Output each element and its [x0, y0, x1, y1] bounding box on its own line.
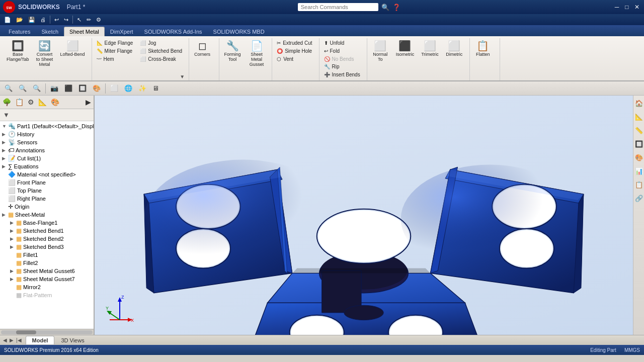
tree-item-sensors[interactable]: ▶ 📡 Sensors — [1, 138, 93, 146]
cross-break-icon: ⬜ — [140, 56, 146, 62]
select-button[interactable]: ↖ — [75, 16, 84, 24]
scrollbar-thumb[interactable] — [16, 330, 36, 334]
zoom-out-button[interactable]: 🔍 — [30, 83, 43, 94]
flatten-button[interactable]: 📋 Flatten — [472, 39, 494, 58]
tab-sheet-metal[interactable]: Sheet Metal — [64, 27, 105, 36]
sketched-bend-button[interactable]: ⬜ Sketched Bend — [137, 47, 185, 55]
tree-item-history[interactable]: ▶ 🕐 History — [1, 130, 93, 138]
tree-item-gusset6[interactable]: ▶ ▦ Sheet Metal Gusset6 — [1, 267, 93, 275]
more-edge-tools-button[interactable]: ▼ — [180, 74, 185, 79]
tree-item-fillet1[interactable]: ▶ ▦ Fillet1 — [1, 251, 93, 259]
forming-tool-button[interactable]: 🔧 FormingTool — [221, 39, 244, 63]
bottom-first-button[interactable]: |◀ — [15, 337, 23, 343]
render-tools-button[interactable]: ✨ — [136, 83, 149, 94]
tab-mbd[interactable]: SOLIDWORKS MBD — [208, 27, 270, 36]
miter-flange-button[interactable]: 📏 Miter Flange — [94, 47, 136, 55]
tree-item-right-plane[interactable]: ▶ ⬜ Right Plane — [1, 195, 93, 203]
tree-item-sketched-bend3[interactable]: ▶ ▦ Sketched Bend3 — [1, 243, 93, 251]
bottom-prev-button[interactable]: ◀ — [2, 337, 8, 343]
tree-item-equations[interactable]: ▶ ∑ Equations — [1, 162, 93, 170]
tree-item-sheet-metal[interactable]: ▶ ▦ Sheet-Metal — [1, 211, 93, 219]
tab-sketch[interactable]: Sketch — [36, 27, 64, 36]
open-button[interactable]: 📂 — [14, 16, 25, 24]
tree-item-material[interactable]: ▶ 🔷 Material <not specified> — [1, 170, 93, 178]
config-tab[interactable]: ⚙ — [26, 97, 36, 108]
hem-label: Hem — [104, 56, 114, 62]
normal-to-button[interactable]: ⬜ NormalTo — [369, 39, 391, 63]
tree-root-item[interactable]: ▼ 🔩 Part1 (Default<<Default>_Displ... — [1, 122, 93, 130]
edit-appearance-button[interactable]: 🎨 — [90, 83, 103, 94]
tree-item-sketched-bend2[interactable]: ▶ ▦ Sketched Bend2 — [1, 235, 93, 243]
restore-button[interactable]: □ — [623, 3, 631, 11]
tree-item-flat-pattern[interactable]: ▶ ▦ Flat-Pattern — [1, 291, 93, 299]
section-view-button[interactable]: ⬜ — [108, 83, 121, 94]
no-bends-button[interactable]: 🚫 No Bends — [321, 55, 357, 63]
sketched-bend2-label: Sketched Bend2 — [23, 236, 64, 242]
hide-show-button[interactable]: 🔲 — [76, 83, 89, 94]
tree-item-base-flange[interactable]: ▶ ▦ Base-Flange1 — [1, 219, 93, 227]
property-tab[interactable]: 📋 — [14, 97, 25, 108]
undo-button[interactable]: ↩ — [52, 16, 61, 24]
jog-button[interactable]: ⬜ Jog — [137, 39, 185, 47]
tab-features[interactable]: Features — [3, 27, 36, 36]
tree-item-annotations[interactable]: ▶ 🏷 Annotations — [1, 146, 93, 154]
tree-item-top-plane[interactable]: ▶ ⬜ Top Plane — [1, 187, 93, 195]
tab-model[interactable]: Model — [26, 336, 55, 344]
view-orientation-button[interactable]: 📷 — [48, 83, 61, 94]
isometric-button[interactable]: ⬛ Isometric — [393, 39, 417, 58]
base-flange-tree-label: Base-Flange1 — [23, 220, 58, 226]
hem-button[interactable]: 〰 Hem — [94, 55, 136, 63]
tree-item-origin[interactable]: ▶ ✛ Origin — [1, 203, 93, 211]
bottom-next-button[interactable]: ▶ — [9, 337, 15, 343]
expand-arrow[interactable]: ▶ — [84, 97, 93, 108]
sketch3d-button[interactable]: ✏ — [85, 16, 93, 24]
view-settings-button[interactable]: 🌐 — [122, 83, 135, 94]
tree-item-gusset7[interactable]: ▶ ▦ Sheet Metal Gusset7 — [1, 275, 93, 283]
rip-button[interactable]: 🔧 Rip — [321, 63, 363, 70]
fold-button[interactable]: ↩ Fold — [321, 47, 357, 55]
trimetric-button[interactable]: ⬜ Trimetric — [419, 39, 441, 58]
tab-dimxpert[interactable]: DimXpert — [105, 27, 139, 36]
options-button[interactable]: ⚙ — [94, 16, 103, 24]
help-icon[interactable]: ❓ — [392, 4, 400, 11]
edge-flange-button[interactable]: 📐 Edge Flange — [94, 39, 136, 47]
print-button[interactable]: 🖨 — [38, 16, 48, 24]
tree-item-fillet2[interactable]: ▶ ▦ Fillet2 — [1, 259, 93, 267]
sheet-metal-gusset-button[interactable]: 📄 SheetMetalGusset — [246, 39, 268, 68]
display-pane-button[interactable]: 🖥 — [150, 83, 162, 94]
zoom-fit-button[interactable]: 🔍 — [2, 83, 15, 94]
dim-expert-tab[interactable]: 📐 — [37, 97, 48, 108]
tree-scrollbar[interactable] — [0, 329, 94, 335]
lofted-bend-button[interactable]: ⬜ Lofted-Bend — [58, 39, 88, 58]
vent-button[interactable]: ⬡ Vent — [274, 55, 314, 63]
feature-tree-tab[interactable]: 🌳 — [1, 97, 13, 108]
corners-button[interactable]: ◻ Corners — [191, 39, 213, 58]
unfold-button[interactable]: ⬆ Unfold — [321, 39, 357, 47]
tab-addins[interactable]: SOLIDWORKS Add-Ins — [139, 27, 208, 36]
display-style-button[interactable]: ⬛ — [62, 83, 75, 94]
tree-item-front-plane[interactable]: ▶ ⬜ Front Plane — [1, 178, 93, 187]
convert-sheet-metal-button[interactable]: 🔄 Convertto SheetMetal — [34, 39, 56, 68]
display-manager-tab[interactable]: 🎨 — [49, 97, 61, 108]
save-button[interactable]: 💾 — [26, 16, 37, 24]
tree-item-mirror2[interactable]: ▶ ▦ Mirror2 — [1, 283, 93, 291]
new-button[interactable]: 📄 — [2, 16, 13, 24]
redo-button[interactable]: ↪ — [62, 16, 70, 24]
close-button[interactable]: ✕ — [633, 3, 641, 11]
cross-break-button[interactable]: ⬜ Cross-Break — [137, 55, 185, 63]
tree-item-cutlist[interactable]: ▶ 📝 Cut list(1) — [1, 154, 93, 162]
equations-icon: ∑ — [8, 163, 13, 170]
tab-3d-views[interactable]: 3D Views — [54, 336, 91, 344]
feature-panel: 🌳 📋 ⚙ 📐 🎨 ▶ ▼ ▼ 🔩 Part1 (Default<<Defaul… — [0, 96, 95, 335]
3d-viewport[interactable]: X Y Z — [95, 96, 633, 335]
base-flange-button[interactable]: 🔲 BaseFlange/Tab — [4, 39, 32, 63]
extruded-cut-label: Extruded Cut — [283, 40, 312, 46]
minimize-button[interactable]: ─ — [613, 3, 621, 11]
dimetric-button[interactable]: ⬜ Dimetric — [443, 39, 465, 58]
extruded-cut-button[interactable]: ✂ Extruded Cut — [274, 39, 314, 47]
search-input[interactable] — [298, 3, 378, 11]
tree-item-sketched-bend1[interactable]: ▶ ▦ Sketched Bend1 — [1, 227, 93, 235]
simple-hole-button[interactable]: ⭕ Simple Hole — [274, 47, 314, 55]
zoom-in-button[interactable]: 🔍 — [16, 83, 29, 94]
insert-bends-button[interactable]: ➕ Insert Bends — [321, 71, 363, 78]
